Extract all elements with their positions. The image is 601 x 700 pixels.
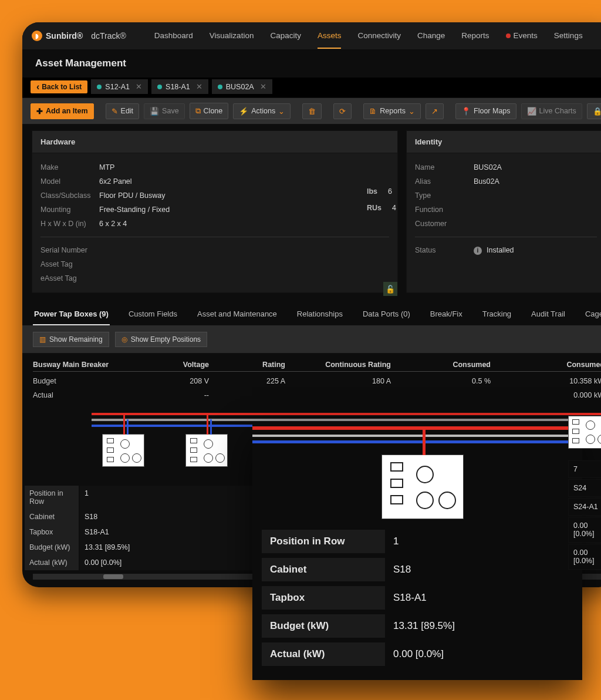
- tapbox-1[interactable]: [102, 434, 144, 467]
- close-icon[interactable]: ✕: [136, 82, 142, 91]
- scrollbar-thumb[interactable]: [103, 574, 123, 579]
- tap7-pos: 7: [568, 460, 601, 478]
- identity-title: Identity: [407, 131, 601, 153]
- col-rating: Rating: [209, 361, 285, 372]
- add-item-button[interactable]: ✚Add an Item: [31, 103, 94, 119]
- hardware-title: Hardware: [32, 131, 397, 153]
- nav-visualization[interactable]: Visualization: [210, 23, 254, 49]
- info-icon[interactable]: i: [474, 247, 482, 255]
- nav-events[interactable]: Events: [506, 23, 538, 49]
- chart-icon: 📈: [527, 107, 536, 116]
- edit-button[interactable]: ✎Edit: [106, 103, 140, 119]
- close-icon[interactable]: ✕: [260, 82, 266, 91]
- tab-custom-fields[interactable]: Custom Fields: [127, 304, 178, 325]
- name-value: BUS02A: [474, 163, 502, 171]
- sub-action-bar: ▥Show Remaining ◎Show Empty Positions: [22, 326, 601, 354]
- document-icon: 🗎: [369, 107, 377, 116]
- make-value: MTP: [99, 163, 114, 171]
- tab-relationships[interactable]: Relationships: [296, 304, 344, 325]
- alias-label: Alias: [415, 177, 474, 186]
- model-label: Model: [40, 177, 99, 186]
- nav-capacity[interactable]: Capacity: [270, 23, 301, 49]
- delete-button[interactable]: 🗑: [302, 103, 322, 119]
- tab-audit-trail[interactable]: Audit Trail: [530, 304, 566, 325]
- live-charts-button[interactable]: 📈Live Charts: [521, 103, 582, 119]
- status-label: Status: [415, 246, 474, 254]
- lock-icon: 🔒: [593, 107, 601, 116]
- nav-dashboard[interactable]: Dashboard: [154, 23, 193, 49]
- actual-consumed-kw: 0.000 kW: [491, 388, 601, 402]
- actual-voltage: --: [133, 388, 209, 402]
- tapbox-7[interactable]: [568, 416, 601, 449]
- popup-actual-label: Actual (kW): [262, 642, 385, 666]
- nav-connectivity[interactable]: Connectivity: [357, 23, 401, 49]
- action-bar: ✚Add an Item ✎Edit 💾Save ⧉Clone ⚡Actions…: [22, 97, 601, 124]
- row-cab-label: Cabinet: [25, 509, 79, 524]
- tab-s12-a1[interactable]: S12-A1✕: [91, 79, 148, 94]
- type-label: Type: [415, 191, 474, 200]
- row-tap-label: Tapbox: [25, 524, 79, 540]
- reports-dropdown[interactable]: 🗎Reports ⌄: [363, 103, 421, 119]
- busway-diagram-zoom: [252, 422, 582, 527]
- tab-bus02a[interactable]: BUS02A✕: [212, 79, 272, 94]
- nav-assets[interactable]: Assets: [318, 23, 342, 49]
- row-pos-label: Position in Row: [25, 486, 79, 509]
- rus-label: RUs: [367, 204, 381, 212]
- divider: [40, 237, 389, 237]
- drop-line-icon: [210, 419, 212, 435]
- tap7-budget: 0.00 [0.0%]: [568, 517, 601, 543]
- busway-neutral-bar: [252, 435, 582, 437]
- popup-cab-label: Cabinet: [262, 558, 385, 581]
- tap7-name: S24-A1: [568, 498, 601, 516]
- close-icon[interactable]: ✕: [196, 82, 202, 91]
- popup-pos-label: Position in Row: [262, 530, 385, 553]
- row-actual-label: Actual (kW): [25, 555, 79, 570]
- dim-value: 6 x 2 x 4: [99, 220, 127, 228]
- tab-break-fix[interactable]: Break/Fix: [429, 304, 464, 325]
- clone-button[interactable]: ⧉Clone: [190, 103, 229, 119]
- budget-consumed-pct: 0.5 %: [391, 374, 491, 388]
- busway-neutral-bar: [92, 419, 601, 421]
- plus-icon: ✚: [36, 107, 43, 116]
- share-button[interactable]: ↗: [426, 103, 444, 119]
- permissions-button[interactable]: 🔒Permissions: [587, 103, 601, 119]
- popup-budget-value: 13.31 [89.5%]: [385, 614, 573, 638]
- nav-change[interactable]: Change: [417, 23, 445, 49]
- copy-icon: ⧉: [195, 106, 201, 116]
- tapbox-1-zoom[interactable]: [381, 455, 464, 519]
- tab-cage[interactable]: Cage: [584, 304, 601, 325]
- floor-maps-button[interactable]: 📍Floor Maps: [455, 103, 516, 119]
- status-dot-icon: [218, 85, 222, 89]
- nav-items: Dashboard Visualization Capacity Assets …: [154, 23, 583, 49]
- back-to-list-button[interactable]: Back to List: [31, 80, 87, 93]
- tab-tracking[interactable]: Tracking: [481, 304, 512, 325]
- save-button[interactable]: 💾Save: [144, 103, 185, 119]
- nav-settings[interactable]: Settings: [554, 23, 583, 49]
- share-icon: ↗: [431, 107, 438, 116]
- customer-label: Customer: [415, 220, 474, 228]
- busway-phase-a-bar: [252, 426, 582, 430]
- bar-chart-icon: ▥: [39, 335, 46, 344]
- budget-rating: 225 A: [209, 374, 285, 388]
- col-voltage: Voltage: [133, 361, 209, 372]
- show-remaining-toggle[interactable]: ▥Show Remaining: [33, 332, 109, 347]
- tab-asset-maintenance[interactable]: Asset and Maintenance: [196, 304, 278, 325]
- pin-icon: 📍: [461, 107, 471, 116]
- show-empty-toggle[interactable]: ◎Show Empty Positions: [115, 332, 207, 347]
- popup-actual-value: 0.00 [0.0%]: [385, 642, 573, 666]
- col-busway: Busway Main Breaker: [33, 361, 133, 372]
- tab-data-ports[interactable]: Data Ports (0): [362, 304, 411, 325]
- refresh-button[interactable]: ⟳: [333, 103, 352, 119]
- lbs-label: lbs: [367, 187, 377, 196]
- tab-power-tap-boxes[interactable]: Power Tap Boxes (9): [33, 304, 110, 325]
- tapbox-3[interactable]: [185, 434, 228, 467]
- nav-reports[interactable]: Reports: [461, 23, 489, 49]
- unlock-button[interactable]: 🔓: [383, 282, 397, 296]
- popup-tap-label: Tapbox: [262, 586, 385, 610]
- mounting-label: Mounting: [40, 206, 99, 214]
- actions-dropdown[interactable]: ⚡Actions ⌄: [233, 103, 291, 119]
- model-value: 6x2 Panel: [99, 177, 132, 186]
- detail-tabs: Power Tap Boxes (9) Custom Fields Asset …: [22, 300, 601, 326]
- tab-s18-a1[interactable]: S18-A1✕: [151, 79, 208, 94]
- serial-label: Serial Number: [40, 246, 99, 254]
